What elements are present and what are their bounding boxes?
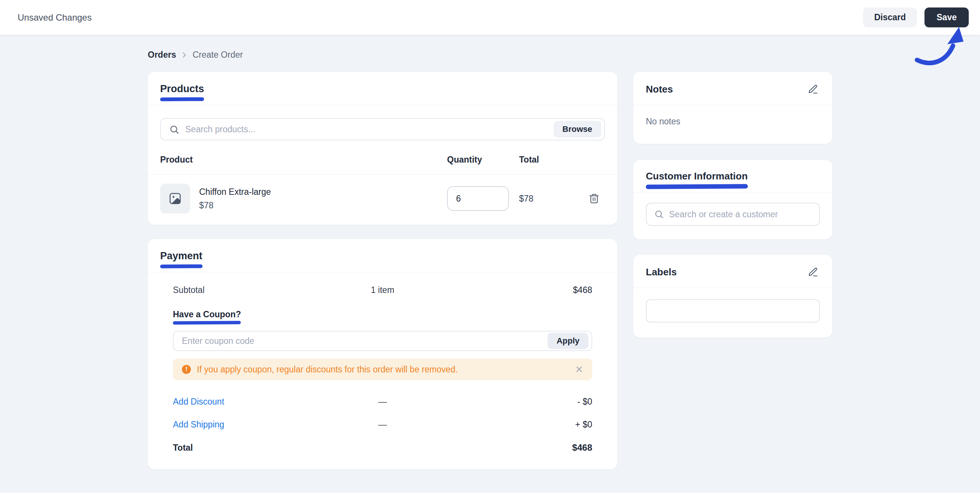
coupon-title-text: Have a Coupon? <box>173 309 241 319</box>
edit-labels-button[interactable] <box>807 265 820 279</box>
customer-body <box>633 193 832 239</box>
product-search-input[interactable] <box>185 124 547 135</box>
pencil-icon <box>808 84 818 94</box>
column-header-quantity: Quantity <box>447 155 519 165</box>
breadcrumb-orders-link[interactable]: Orders <box>148 50 176 60</box>
create-order-page: Unsaved Changes Discard Save Orders Crea… <box>0 0 980 493</box>
search-icon <box>654 209 664 219</box>
payment-card: Payment Subtotal 1 item $468 Have a Coup… <box>148 239 617 469</box>
topbar: Unsaved Changes Discard Save <box>0 0 980 35</box>
annotation-underline <box>646 184 748 189</box>
labels-title: Labels <box>646 266 676 278</box>
notes-title: Notes <box>646 84 673 95</box>
shipping-value: + $0 <box>405 420 592 430</box>
pencil-icon <box>808 267 818 277</box>
labels-card-header: Labels <box>633 255 832 288</box>
apply-coupon-button[interactable]: Apply <box>547 333 589 349</box>
annotation-underline <box>173 321 241 324</box>
coupon-input-bar: Apply <box>173 331 592 351</box>
column-header-product: Product <box>160 155 447 165</box>
payment-title: Payment <box>160 250 202 262</box>
breadcrumb: Orders Create Order <box>148 50 832 60</box>
discount-row: Add Discount — - $0 <box>173 397 592 407</box>
edit-notes-button[interactable] <box>807 82 820 96</box>
payment-body: Subtotal 1 item $468 Have a Coupon? Appl… <box>148 273 617 469</box>
product-thumbnail <box>160 184 190 214</box>
customer-title: Customer Information <box>646 170 748 182</box>
column-header-total: Total <box>519 155 585 165</box>
main-column: Products Browse Product Quantity <box>148 72 617 469</box>
labels-input[interactable] <box>646 299 820 323</box>
product-info: Chiffon Extra-large $78 <box>199 187 271 211</box>
products-card-header: Products <box>148 72 617 105</box>
customer-card: Customer Information <box>633 160 832 239</box>
sidebar: Notes No notes Customer Information <box>633 72 832 338</box>
warning-message: If you apply coupon, regular discounts f… <box>197 365 458 375</box>
customer-search-bar <box>646 203 820 226</box>
quantity-input[interactable] <box>447 186 509 211</box>
content: Orders Create Order Products <box>148 35 832 469</box>
labels-card: Labels <box>633 255 832 338</box>
shipping-row: Add Shipping — + $0 <box>173 420 592 430</box>
quantity-cell <box>447 186 519 211</box>
notes-card: Notes No notes <box>633 72 832 144</box>
browse-button[interactable]: Browse <box>554 121 601 138</box>
search-icon <box>169 124 179 135</box>
customer-card-header: Customer Information <box>633 160 832 193</box>
chevron-right-icon <box>180 51 188 59</box>
payment-card-header: Payment <box>148 239 617 273</box>
discount-value: - $0 <box>405 397 592 407</box>
save-button[interactable]: Save <box>924 8 969 27</box>
coupon-section-title: Have a Coupon? <box>173 309 241 320</box>
customer-title-text: Customer Information <box>646 170 748 182</box>
subtotal-items: 1 item <box>360 285 405 295</box>
coupon-warning-banner: ! If you apply coupon, regular discounts… <box>173 358 592 380</box>
products-card: Products Browse Product Quantity <box>148 72 617 225</box>
alert-icon: ! <box>182 365 191 374</box>
breadcrumb-current: Create Order <box>192 50 243 60</box>
notes-empty-text: No notes <box>646 117 680 126</box>
image-placeholder-icon <box>169 192 182 205</box>
topbar-actions: Discard Save <box>863 8 969 27</box>
product-price: $78 <box>199 200 271 211</box>
product-search-bar: Browse <box>160 118 605 141</box>
coupon-code-input[interactable] <box>182 336 547 346</box>
discard-button[interactable]: Discard <box>863 8 917 27</box>
product-cell: Chiffon Extra-large $78 <box>160 184 447 214</box>
table-row: Chiffon Extra-large $78 $78 <box>148 174 617 225</box>
notes-body: No notes <box>633 105 832 144</box>
add-shipping-link[interactable]: Add Shipping <box>173 420 360 430</box>
notes-card-header: Notes <box>633 72 832 105</box>
close-icon[interactable]: ✕ <box>575 365 583 374</box>
annotation-underline <box>160 265 202 269</box>
total-row: Total $468 <box>173 442 592 453</box>
unsaved-changes-status: Unsaved Changes <box>18 13 92 23</box>
subtotal-value: $468 <box>405 285 592 295</box>
products-table-header: Product Quantity Total <box>148 155 617 174</box>
total-value: $468 <box>405 442 592 453</box>
products-title-text: Products <box>160 83 204 94</box>
subtotal-label: Subtotal <box>173 285 360 295</box>
subtotal-row: Subtotal 1 item $468 <box>173 285 592 295</box>
row-total: $78 <box>519 194 585 204</box>
customer-search-input[interactable] <box>669 209 811 220</box>
payment-title-text: Payment <box>160 250 202 262</box>
labels-body <box>633 288 832 338</box>
product-name: Chiffon Extra-large <box>199 187 271 197</box>
annotation-underline <box>160 97 204 101</box>
products-title: Products <box>160 83 204 95</box>
delete-row-button[interactable] <box>587 192 601 206</box>
add-discount-link[interactable]: Add Discount <box>173 397 360 407</box>
trash-icon <box>589 193 600 204</box>
discount-dash: — <box>360 397 405 407</box>
shipping-dash: — <box>360 420 405 430</box>
total-label: Total <box>173 443 360 453</box>
